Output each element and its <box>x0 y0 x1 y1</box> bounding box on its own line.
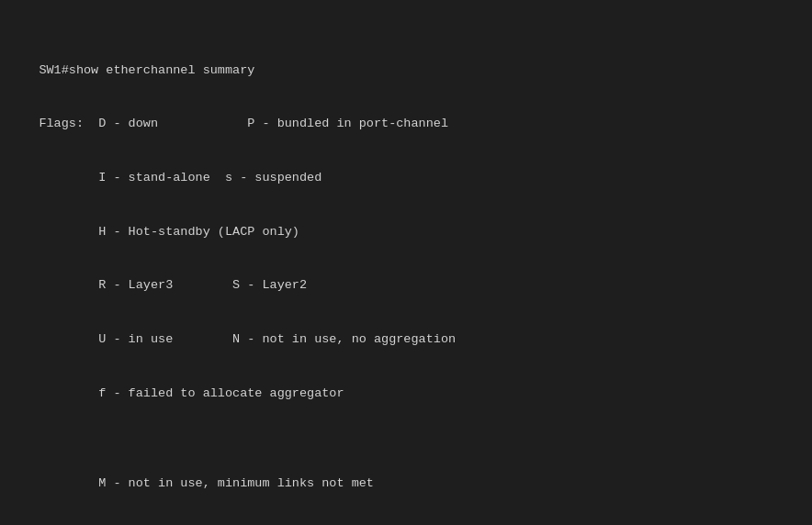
flag-r: R - Layer3 S - Layer2 <box>39 278 307 292</box>
flag-u: U - in use N - not in use, no aggregatio… <box>39 332 456 346</box>
terminal-window: SW1#show etherchannel summary Flags: D -… <box>0 0 812 525</box>
flag-h: H - Hot-standby (LACP only) <box>39 225 299 239</box>
flags-header: Flags: D - down P - bundled in port-chan… <box>39 117 448 130</box>
flag-m-upper: M - not in use, minimum links not met <box>39 476 374 490</box>
flag-f: f - failed to allocate aggregator <box>39 386 344 400</box>
flag-i: I - stand-alone s - suspended <box>39 171 321 184</box>
command-line: SW1#show etherchannel summary <box>39 63 254 77</box>
terminal-content: SW1#show etherchannel summary Flags: D -… <box>9 43 803 525</box>
